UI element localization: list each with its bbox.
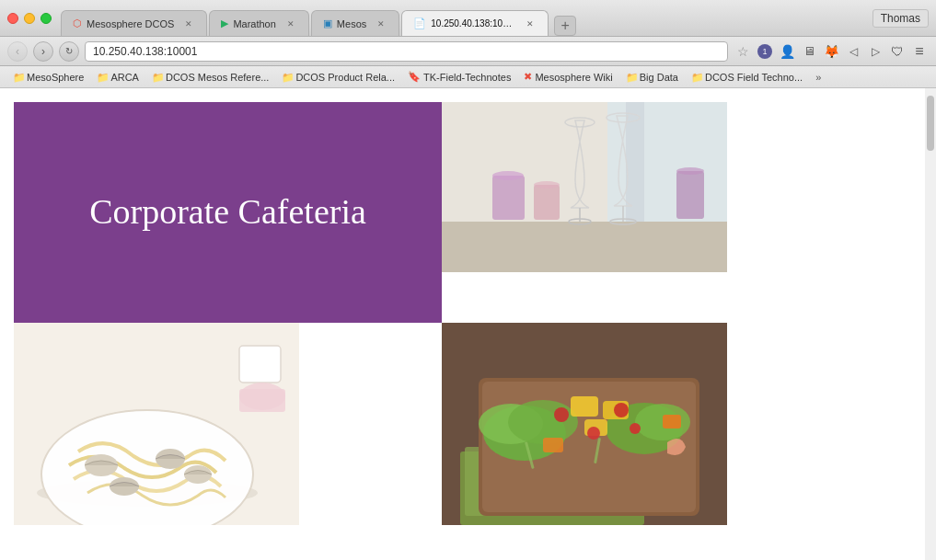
bookmark-label-wiki: Mesosphere Wiki <box>535 72 612 83</box>
bookmark-dcos-product[interactable]: 📁 DCOS Product Rela... <box>276 70 400 85</box>
cast-icon[interactable]: 🖥 <box>800 42 818 61</box>
bookmark-mesosphere-wiki[interactable]: ✖ Mesosphere Wiki <box>518 69 618 85</box>
nav-icons: ☆ 1 👤 🖥 🦊 ◁ ▷ 🛡 ≡ <box>734 42 929 61</box>
bookmark-big-data[interactable]: 📁 Big Data <box>620 70 684 85</box>
svg-point-13 <box>534 181 560 189</box>
badge-count: 1 <box>757 44 772 59</box>
bookmark-label-arca: ARCA <box>110 72 139 83</box>
svg-rect-3 <box>442 222 727 272</box>
forward-button[interactable]: › <box>33 41 53 62</box>
bookmark-mesosphere[interactable]: 📁 MesoSphere <box>7 70 89 85</box>
tab-favicon-marathon: ▶ <box>221 17 228 29</box>
tab-favicon-mesos: ▣ <box>323 17 332 29</box>
folder-icon-dcos-product: 📁 <box>282 72 293 83</box>
svg-rect-45 <box>663 415 681 429</box>
salad-svg <box>442 323 727 525</box>
folder-icon-dcos-mesos: 📁 <box>152 72 163 83</box>
corporate-cafeteria-tile: Corporate Cafeteria <box>14 102 442 323</box>
svg-point-42 <box>587 427 600 440</box>
bookmarks-bar: 📁 MesoSphere 📁 ARCA 📁 DCOS Mesos Refere.… <box>0 66 936 88</box>
scrollbar-thumb[interactable] <box>927 96 934 151</box>
firefox-icon[interactable]: 🦊 <box>822 42 840 61</box>
bookmark-label-dcos-mesos: DCOS Mesos Refere... <box>166 72 269 83</box>
folder-icon-dcos-field: 📁 <box>691 72 702 83</box>
svg-point-44 <box>630 423 641 434</box>
bookmark-label: MesoSphere <box>27 72 84 83</box>
tab-label-page: 10.250.40.138:10001 <box>431 18 515 29</box>
bookmark-label-dcos-product: DCOS Product Rela... <box>295 72 395 83</box>
svg-rect-46 <box>543 438 563 452</box>
svg-point-41 <box>554 407 569 422</box>
traffic-lights <box>7 13 52 24</box>
folder-icon: 📁 <box>13 72 24 83</box>
titlebar: ⬡ Mesosphere DCOS ✕ ▶ Marathon ✕ ▣ Mesos… <box>0 0 936 37</box>
content-area: Corporate Cafeteria <box>0 88 936 560</box>
svg-rect-14 <box>676 171 704 219</box>
tab-active-page[interactable]: 📄 10.250.40.138:10001 ✕ <box>401 10 549 36</box>
tab-close-mesos[interactable]: ✕ <box>375 17 387 30</box>
svg-rect-10 <box>492 176 525 220</box>
svg-point-11 <box>492 171 524 180</box>
pasta-svg <box>14 323 299 525</box>
history-forward-icon[interactable]: ▷ <box>866 42 884 61</box>
tab-close-page[interactable]: ✕ <box>524 17 537 30</box>
address-text: 10.250.40.138:10001 <box>93 45 197 58</box>
history-back-icon[interactable]: ◁ <box>844 42 862 61</box>
bookmarks-overflow[interactable]: » <box>812 70 825 85</box>
bookmark-label-dcos-field: DCOS Field Techno... <box>705 72 803 83</box>
tab-dcos[interactable]: ⬡ Mesosphere DCOS ✕ <box>61 10 207 36</box>
tab-label-mesos: Mesos <box>337 18 366 29</box>
folder-icon-big-data: 📁 <box>626 72 637 83</box>
close-button[interactable] <box>7 13 18 24</box>
tab-favicon-dcos: ⬡ <box>73 17 82 29</box>
bookmark-arca[interactable]: 📁 ARCA <box>91 70 144 85</box>
svg-rect-12 <box>534 185 560 220</box>
refresh-button[interactable]: ↻ <box>59 41 79 62</box>
bookmark-star-icon[interactable]: ☆ <box>734 42 752 61</box>
svg-point-15 <box>676 167 704 175</box>
salad-image-cell <box>442 323 870 529</box>
tab-label-marathon: Marathon <box>233 18 275 29</box>
extension-badge[interactable]: 1 <box>756 42 774 61</box>
svg-rect-24 <box>239 346 281 383</box>
tab-mesos[interactable]: ▣ Mesos ✕ <box>311 10 399 36</box>
pasta-image-cell <box>14 323 442 529</box>
page-title: Corporate Cafeteria <box>89 191 366 234</box>
page-icon-tk: 🔖 <box>408 71 421 83</box>
bookmark-label-tk: TK-Field-Technotes <box>423 72 511 83</box>
wine-glasses-svg <box>442 102 727 272</box>
svg-point-35 <box>508 400 578 444</box>
svg-rect-26 <box>239 389 285 412</box>
tab-label-dcos: Mesosphere DCOS <box>87 18 174 29</box>
menu-icon[interactable]: ≡ <box>910 42 929 61</box>
back-button[interactable]: ‹ <box>7 41 28 62</box>
new-tab-button[interactable]: + <box>554 16 576 36</box>
svg-rect-38 <box>571 396 598 417</box>
scrollbar-track[interactable] <box>925 88 936 560</box>
bookmark-dcos-field[interactable]: 📁 DCOS Field Techno... <box>686 70 808 85</box>
shield-icon[interactable]: 🛡 <box>888 42 907 61</box>
navbar: ‹ › ↻ 10.250.40.138:10001 ☆ 1 👤 🖥 🦊 ◁ ▷ … <box>0 37 936 66</box>
tabs-bar: ⬡ Mesosphere DCOS ✕ ▶ Marathon ✕ ▣ Mesos… <box>61 0 929 36</box>
profile-icon[interactable]: 👤 <box>778 42 796 61</box>
tab-favicon-page: 📄 <box>413 17 426 29</box>
folder-icon-arca: 📁 <box>97 72 108 83</box>
minimize-button[interactable] <box>24 13 35 24</box>
bookmark-label-big-data: Big Data <box>640 72 678 83</box>
maximize-button[interactable] <box>40 13 52 24</box>
tab-close-marathon[interactable]: ✕ <box>284 17 297 30</box>
wine-glasses-image-cell <box>442 102 870 323</box>
bookmark-dcos-mesos[interactable]: 📁 DCOS Mesos Refere... <box>146 70 274 85</box>
link-icon-wiki: ✖ <box>524 71 532 83</box>
user-name: Thomas <box>872 9 929 28</box>
tab-close-dcos[interactable]: ✕ <box>182 17 195 30</box>
address-bar[interactable]: 10.250.40.138:10001 <box>85 41 728 62</box>
svg-point-43 <box>614 403 629 417</box>
tab-marathon[interactable]: ▶ Marathon ✕ <box>209 10 308 36</box>
page-grid: Corporate Cafeteria <box>0 88 884 543</box>
bookmark-tk-field[interactable]: 🔖 TK-Field-Technotes <box>402 69 516 85</box>
